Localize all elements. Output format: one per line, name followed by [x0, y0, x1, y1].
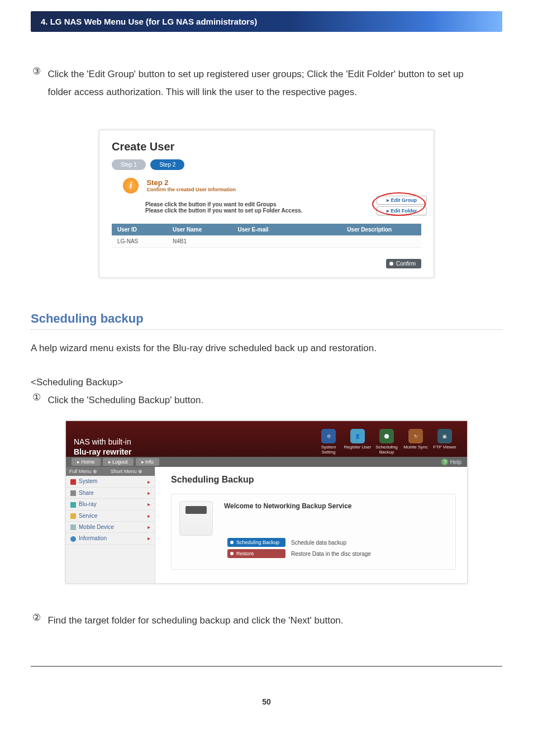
- edit-group-button[interactable]: ▸ Edit Group: [377, 196, 427, 205]
- chevron-right-icon: ▸: [147, 535, 150, 541]
- bluray-icon: [70, 502, 76, 508]
- sidebar-item-share[interactable]: Share▸: [66, 488, 155, 499]
- page-number: 50: [31, 697, 502, 706]
- user-icon: 👤: [350, 429, 365, 443]
- welcome-text: Welcome to Networking Backup Service: [224, 502, 448, 510]
- sidebar-item-bluray[interactable]: Blu-ray▸: [66, 499, 155, 510]
- step2-subheading: Confirm the created User Information: [146, 187, 236, 192]
- chevron-right-icon: ▸: [147, 513, 150, 519]
- app-header: NAS with built-in Blu-ray rewriter ⚙Syst…: [66, 421, 467, 457]
- restore-button[interactable]: Restore: [227, 549, 285, 558]
- ftp-icon: ▣: [437, 429, 452, 443]
- step-text: Click the 'Edit Group' button to set up …: [47, 65, 489, 102]
- screenshot-create-user: Create User Step 1 Step 2 i Step 2 Confi…: [99, 130, 434, 278]
- cell-user-email: [232, 235, 342, 247]
- step-number: ①: [31, 391, 42, 403]
- col-user-id: User ID: [112, 224, 167, 235]
- panel-title: Scheduling Backup: [171, 475, 456, 485]
- help-icon: ?: [441, 459, 448, 465]
- clock-icon: 🕘: [379, 429, 394, 443]
- section-subhead: <Scheduling Backup>: [31, 377, 502, 388]
- icon-ftp-viewer[interactable]: ▣FTP Viewer: [430, 429, 459, 455]
- chevron-right-icon: ▸: [147, 490, 150, 496]
- restore-desc: Restore Data in the disc storage: [291, 551, 371, 557]
- brand-line2: Blu-ray rewriter: [74, 447, 131, 457]
- step-text: Find the target folder for scheduling ba…: [47, 612, 489, 630]
- sync-icon: ↻: [408, 429, 423, 443]
- section-title-scheduling-backup: Scheduling backup: [31, 311, 502, 330]
- sidebar-item-information[interactable]: Information▸: [66, 533, 155, 544]
- instruction-step-2b: ② Find the target folder for scheduling …: [31, 612, 502, 630]
- instruction-lines: Please click the button if you want to e…: [145, 201, 421, 214]
- edit-buttons-group: ▸ Edit Group ▸ Edit Folder: [377, 196, 427, 217]
- sidebar-menu-switch: Full Menu ⊕ Short Menu ⊕: [66, 467, 155, 476]
- tab-logout[interactable]: ▸ Logout: [103, 458, 134, 466]
- section-intro: A help wizard menu exists for the Blu-ra…: [31, 340, 502, 357]
- step-number: ②: [31, 612, 42, 623]
- step-number: ③: [31, 65, 42, 77]
- sidebar: Full Menu ⊕ Short Menu ⊕ System▸ Share▸ …: [66, 467, 155, 583]
- gear-icon: ⚙: [321, 429, 336, 443]
- service-icon: [70, 513, 76, 519]
- drive-icon: [179, 501, 213, 536]
- mobile-icon: [70, 525, 76, 530]
- chapter-header: 4. LG NAS Web Menu Use (for LG NAS admin…: [31, 11, 502, 32]
- brand: NAS with built-in Blu-ray rewriter: [74, 437, 131, 457]
- icon-scheduling-backup[interactable]: 🕘Scheduling Backup: [372, 429, 401, 455]
- sidebar-item-service[interactable]: Service▸: [66, 511, 155, 522]
- col-user-description: User Description: [341, 224, 421, 235]
- chevron-right-icon: ▸: [147, 524, 150, 530]
- chevron-right-icon: ▸: [147, 501, 150, 507]
- cell-user-name: N4B1: [167, 235, 232, 247]
- confirm-button[interactable]: Confirm: [386, 259, 421, 268]
- create-user-title: Create User: [112, 140, 421, 153]
- short-menu-toggle[interactable]: Short Menu ⊕: [111, 469, 142, 474]
- instruction-step-1b: ① Click the 'Scheduling Backup' button.: [31, 391, 502, 409]
- system-icon: [70, 479, 76, 485]
- share-icon: [70, 490, 76, 496]
- main-panel: Scheduling Backup Welcome to Networking …: [155, 467, 467, 583]
- icon-system-setting[interactable]: ⚙System Setting: [314, 429, 343, 455]
- chevron-right-icon: ▸: [147, 479, 150, 485]
- icon-register-user[interactable]: 👤Register User: [343, 429, 372, 455]
- scheduling-backup-button[interactable]: Scheduling Backup: [227, 538, 285, 547]
- user-table-row: LG-NAS N4B1: [112, 235, 421, 248]
- sidebar-item-system[interactable]: System▸: [66, 476, 155, 487]
- step2-heading: Step 2: [146, 178, 236, 187]
- footer-rule: [31, 666, 502, 667]
- cell-user-id: LG-NAS: [112, 235, 167, 247]
- help-link[interactable]: ?Help: [441, 459, 461, 465]
- col-user-name: User Name: [167, 224, 232, 235]
- screenshot-scheduling-backup: NAS with built-in Blu-ray rewriter ⚙Syst…: [65, 420, 468, 584]
- icon-mobile-sync[interactable]: ↻Mobile Sync: [401, 429, 430, 455]
- step1-pill[interactable]: Step 1: [112, 159, 146, 170]
- tab-home[interactable]: ▸ Home: [72, 458, 101, 466]
- info-icon: [70, 536, 76, 542]
- scheduling-backup-desc: Schedule data backup: [291, 540, 346, 546]
- tab-info[interactable]: ▸ Info: [136, 458, 160, 466]
- page: 4. LG NAS Web Menu Use (for LG NAS admin…: [0, 0, 533, 723]
- full-menu-toggle[interactable]: Full Menu ⊕: [69, 469, 97, 474]
- info-icon: i: [123, 178, 139, 193]
- step2-header-row: i Step 2 Confirm the created User Inform…: [123, 178, 421, 193]
- sidebar-item-mobile-device[interactable]: Mobile Device▸: [66, 522, 155, 533]
- cell-user-description: [341, 235, 421, 247]
- quick-icons: ⚙System Setting 👤Register User 🕘Scheduli…: [314, 429, 459, 457]
- instruction-step-3: ③ Click the 'Edit Group' button to set u…: [31, 65, 502, 102]
- col-user-email: User E-mail: [232, 224, 342, 235]
- welcome-panel: Welcome to Networking Backup Service Sch…: [171, 494, 456, 570]
- brand-line1: NAS with built-in: [74, 437, 131, 447]
- edit-folder-button[interactable]: ▸ Edit Folder: [377, 206, 427, 215]
- step2-pill[interactable]: Step 2: [150, 159, 184, 170]
- user-table-header: User ID User Name User E-mail User Descr…: [112, 224, 421, 235]
- step-text: Click the 'Scheduling Backup' button.: [47, 391, 489, 409]
- tab-bar: ▸ Home ▸ Logout ▸ Info ?Help: [66, 457, 467, 467]
